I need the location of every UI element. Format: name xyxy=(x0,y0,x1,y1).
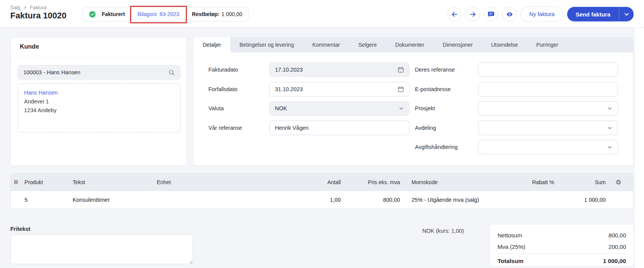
tab-kommentar[interactable]: Kommentar xyxy=(303,37,349,52)
tab-detaljer[interactable]: Detaljer xyxy=(194,37,230,52)
vat-value: 200,00 xyxy=(608,243,626,250)
free-text-input[interactable] xyxy=(10,234,193,264)
net-sum-label: Nettosum xyxy=(498,232,522,239)
totals-divider xyxy=(498,253,626,254)
col-tekst: Tekst xyxy=(72,179,156,185)
remaining-amount: Restbeløp: 1 000,00 xyxy=(185,7,249,21)
col-antall: Antall xyxy=(171,179,342,185)
row-pris: 800,00 xyxy=(342,197,401,203)
tab-utsendelse[interactable]: Utsendelse xyxy=(482,37,527,52)
customer-address-line2: 1234 Andeby xyxy=(24,106,174,115)
row-produkt: 5 xyxy=(24,197,72,203)
total-sum-value: 1 000,00 xyxy=(603,258,626,265)
currency-rate-note: NOK (kurs: 1,00) xyxy=(382,228,464,234)
table-row[interactable]: 5 Konsulenttimer 1,00 800,00 25% - Utgåe… xyxy=(11,191,633,209)
tab-selgere[interactable]: Selgere xyxy=(349,37,386,52)
breadcrumb-separator: > xyxy=(24,5,27,10)
chevron-down-icon xyxy=(624,12,629,17)
line-items-table: R Produkt Tekst Enhet Antall Pris eks. m… xyxy=(10,173,634,209)
new-invoice-button[interactable]: Ny faktura xyxy=(520,7,563,22)
customer-card: Kunde 100003 - Hans Hansen Hans Hansen A… xyxy=(10,37,187,166)
project-label: Prosjekt xyxy=(415,101,435,116)
total-sum-row: Totalsum 1 000,00 xyxy=(498,255,626,267)
invoice-page: Salg > Faktura Faktura 10020 Fakturert B… xyxy=(0,0,644,268)
email-input[interactable] xyxy=(478,82,618,96)
col-pris-eks-mva: Pris eks. mva xyxy=(342,179,401,185)
comment-icon xyxy=(488,11,494,18)
send-invoice-button[interactable]: Send faktura xyxy=(567,7,619,21)
previous-invoice-button[interactable] xyxy=(447,7,462,21)
col-sum: Sum xyxy=(555,179,607,185)
tax-handling-select[interactable] xyxy=(478,140,618,154)
tab-dimensjoner[interactable]: Dimensjoner xyxy=(434,37,482,52)
arrow-left-icon xyxy=(451,11,458,18)
header-actions: Ny faktura Send faktura xyxy=(447,7,634,22)
totals-card: Nettosum 800,00 Mva (25%) 200,00 Totalsu… xyxy=(490,224,634,267)
project-select[interactable] xyxy=(478,101,618,116)
tab-dokumenter[interactable]: Dokumenter xyxy=(386,37,433,52)
comments-button[interactable] xyxy=(484,7,498,21)
check-circle-icon xyxy=(89,11,96,18)
department-select[interactable] xyxy=(478,121,618,135)
preview-button[interactable] xyxy=(502,7,517,21)
col-enhet: Enhet xyxy=(156,179,171,185)
table-settings-button[interactable]: ⚙ xyxy=(607,178,630,186)
arrow-right-icon xyxy=(470,11,476,18)
free-text-label: Fritekst xyxy=(10,226,30,232)
net-sum-row: Nettosum 800,00 xyxy=(498,229,626,241)
tax-handling-label: Avgiftshåndtering xyxy=(415,140,458,154)
page-title: Faktura 10020 xyxy=(10,11,67,21)
customer-search-input[interactable]: 100003 - Hans Hansen xyxy=(18,65,181,80)
vat-label: Mva (25%) xyxy=(498,243,525,250)
new-invoice-label: Ny faktura xyxy=(529,11,555,17)
chevron-down-icon xyxy=(607,106,612,111)
customer-search-value: 100003 - Hans Hansen xyxy=(23,69,80,75)
vat-row: Mva (25%) 200,00 xyxy=(498,241,626,252)
row-momskode: 25% - Utgående mva (salg) xyxy=(401,197,527,203)
breadcrumb-faktura[interactable]: Faktura xyxy=(30,5,47,10)
col-r: R xyxy=(11,179,24,185)
table-header-row: R Produkt Tekst Enhet Antall Pris eks. m… xyxy=(11,173,633,191)
voucher-link-label[interactable]: Bilagsnr. 83-2023 xyxy=(138,11,179,17)
customer-address-box: Hans Hansen Andevei 1 1234 Andeby xyxy=(18,83,181,132)
details-card: Detaljer Betingelser og levering Komment… xyxy=(193,37,634,166)
breadcrumb: Salg > Faktura xyxy=(10,5,47,10)
gear-icon: ⚙ xyxy=(615,179,621,186)
tab-betingelser-og-levering[interactable]: Betingelser og levering xyxy=(230,37,303,52)
send-invoice-label: Send faktura xyxy=(576,11,610,18)
remaining-label: Restbeløp: xyxy=(192,11,220,17)
customer-card-title: Kunde xyxy=(11,38,187,56)
status-badge: Fakturert xyxy=(83,7,131,21)
chevron-down-icon xyxy=(607,126,612,131)
remaining-value: 1 000,00 xyxy=(221,11,242,17)
send-invoice-split-button: Send faktura xyxy=(567,7,634,21)
department-label: Avdeling xyxy=(415,121,436,135)
customer-address-line1: Andevei 1 xyxy=(24,97,174,106)
row-tekst: Konsulenttimer xyxy=(72,197,156,203)
vertical-scrollbar[interactable] xyxy=(634,28,644,268)
row-antall: 1,00 xyxy=(171,197,342,203)
next-invoice-button[interactable] xyxy=(465,7,480,21)
col-momskode: Momskode xyxy=(401,179,527,185)
col-rabatt: Rabatt % xyxy=(527,179,555,185)
chevron-down-icon xyxy=(607,145,612,150)
status-label: Fakturert xyxy=(102,11,125,17)
send-invoice-dropdown[interactable] xyxy=(619,7,634,21)
net-sum-value: 800,00 xyxy=(608,232,626,239)
top-header: Salg > Faktura Faktura 10020 Fakturert B… xyxy=(0,0,644,28)
breadcrumb-salg[interactable]: Salg xyxy=(10,5,20,10)
status-badge-group: Fakturert Bilagsnr. 83-2023 Restbeløp: 1… xyxy=(83,7,249,21)
col-produkt: Produkt xyxy=(24,179,72,185)
total-sum-label: Totalsum xyxy=(498,258,524,265)
tab-strip: Detaljer Betingelser og levering Komment… xyxy=(194,37,633,52)
their-reference-label: Deres referanse xyxy=(415,62,455,77)
tab-purringer[interactable]: Purringer xyxy=(527,37,568,52)
their-reference-input[interactable] xyxy=(478,62,618,77)
customer-name-link[interactable]: Hans Hansen xyxy=(24,88,174,97)
row-sum: 1 000,00 xyxy=(555,197,607,203)
email-label: E-postadresse xyxy=(415,82,451,96)
eye-icon xyxy=(506,11,513,18)
search-icon xyxy=(168,69,175,76)
voucher-link[interactable]: Bilagsnr. 83-2023 xyxy=(131,7,185,21)
